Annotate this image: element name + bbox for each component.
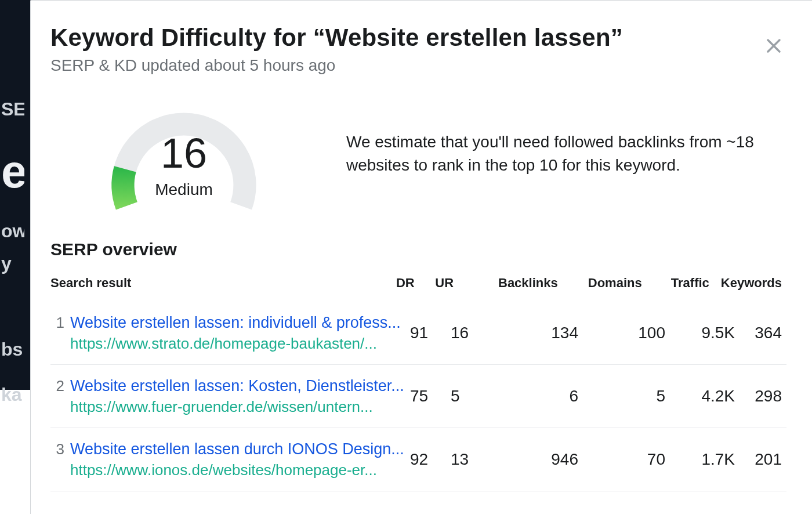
serp-table: Search result DR UR Backlinks Domains Tr… (50, 270, 786, 491)
serp-ur: 5 (451, 387, 491, 406)
serp-result-title-link[interactable]: Website erstellen lassen: Kosten, Dienst… (70, 375, 410, 396)
col-header-search: Search result (50, 276, 396, 291)
close-button[interactable] (761, 33, 786, 59)
serp-result-title-link[interactable]: Website erstellen lassen: individuell & … (70, 312, 410, 333)
background-sidebar-hints: SE e ow y bs ka (0, 93, 24, 411)
col-header-domains: Domains (570, 276, 654, 291)
kd-score-label: Medium (103, 180, 265, 199)
serp-domains: 100 (590, 324, 677, 342)
serp-row: 3Website erstellen lassen durch IONOS De… (50, 428, 786, 491)
serp-domains: 5 (590, 387, 677, 406)
serp-dr: 75 (410, 387, 451, 406)
serp-dr: 92 (410, 450, 451, 469)
serp-result-url-link[interactable]: https://www.ionos.de/websites/homepage-e… (70, 459, 410, 480)
serp-dr: 91 (410, 324, 451, 342)
kd-summary-row: 16 Medium We estimate that you'll need f… (50, 96, 786, 212)
serp-rank: 3 (50, 439, 64, 480)
serp-keywords: 364 (746, 324, 786, 342)
keyword-difficulty-modal: Keyword Difficulty for “Website erstelle… (30, 0, 812, 514)
col-header-keywords: Keywords (721, 276, 786, 291)
serp-table-header: Search result DR UR Backlinks Domains Tr… (50, 270, 786, 302)
col-header-dr: DR (396, 276, 435, 291)
col-header-backlinks: Backlinks (474, 276, 570, 291)
serp-result-title-link[interactable]: Website erstellen lassen durch IONOS Des… (70, 439, 410, 459)
serp-domains: 70 (590, 450, 677, 469)
serp-result-cell: 2Website erstellen lassen: Kosten, Diens… (50, 375, 410, 417)
serp-backlinks: 946 (491, 450, 590, 469)
col-header-traffic: Traffic (654, 276, 721, 291)
serp-backlinks: 134 (491, 324, 590, 342)
serp-result-url-link[interactable]: https://www.fuer-gruender.de/wissen/unte… (70, 396, 410, 417)
serp-traffic: 1.7K (677, 450, 746, 469)
kd-estimate-text: We estimate that you'll need followed ba… (346, 131, 786, 177)
kd-score-value: 16 (103, 129, 265, 177)
serp-keywords: 298 (746, 387, 786, 406)
serp-result-cell: 3Website erstellen lassen durch IONOS De… (50, 439, 410, 480)
modal-title: Keyword Difficulty for “Website erstelle… (50, 24, 786, 52)
close-icon (765, 37, 782, 55)
serp-ur: 16 (451, 324, 491, 342)
serp-overview-heading: SERP overview (50, 240, 786, 259)
serp-backlinks: 6 (491, 387, 590, 406)
serp-result-url-link[interactable]: https://www.strato.de/homepage-baukasten… (70, 333, 410, 354)
kd-gauge: 16 Medium (50, 96, 317, 212)
serp-rank: 1 (50, 312, 64, 354)
serp-row: 2Website erstellen lassen: Kosten, Diens… (50, 365, 786, 428)
serp-traffic: 4.2K (677, 387, 746, 406)
serp-row: 1Website erstellen lassen: individuell &… (50, 302, 786, 365)
col-header-ur: UR (435, 276, 474, 291)
serp-result-cell: 1Website erstellen lassen: individuell &… (50, 312, 410, 354)
serp-rank: 2 (50, 375, 64, 417)
serp-ur: 13 (451, 450, 491, 469)
modal-subtitle: SERP & KD updated about 5 hours ago (50, 56, 786, 75)
serp-traffic: 9.5K (677, 324, 746, 342)
serp-keywords: 201 (746, 450, 786, 469)
